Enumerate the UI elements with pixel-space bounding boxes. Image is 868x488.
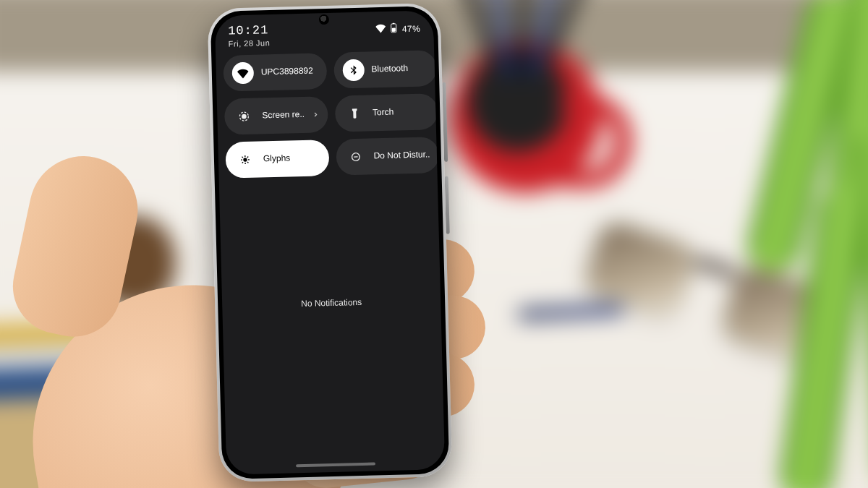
phone-screen[interactable]: 10:21 Fri, 28 Jun 47% UPC3898892 [215, 10, 446, 475]
screen-record-label: Screen re.. [262, 110, 305, 121]
chevron-right-icon [312, 108, 319, 121]
svg-point-5 [244, 158, 247, 161]
phone: 10:21 Fri, 28 Jun 47% UPC3898892 [207, 3, 452, 482]
svg-point-3 [242, 114, 246, 118]
dnd-tile[interactable]: Do Not Distur.. [336, 137, 439, 176]
glyphs-tile[interactable]: Glyphs [225, 140, 329, 179]
glyphs-label: Glyphs [263, 153, 320, 164]
battery-status-icon [391, 22, 398, 35]
glyphs-icon [234, 149, 257, 171]
bluetooth-icon [342, 59, 365, 82]
bluetooth-tile[interactable]: Bluetooth [333, 50, 437, 89]
home-indicator[interactable] [296, 462, 375, 467]
wifi-status-icon [376, 23, 386, 35]
no-notifications-text: No Notifications [222, 295, 441, 311]
dnd-icon [344, 146, 367, 168]
quick-settings-panel: UPC3898892 Bluetooth Screen re.. [216, 43, 438, 179]
torch-tile[interactable]: Torch [334, 93, 438, 132]
torch-label: Torch [373, 106, 429, 118]
wifi-tile[interactable]: UPC3898892 [223, 53, 327, 92]
battery-percent: 47% [402, 23, 421, 34]
wifi-label: UPC3898892 [261, 66, 318, 77]
svg-rect-2 [392, 28, 396, 32]
screen-record-icon [233, 106, 255, 128]
screen-record-tile[interactable]: Screen re.. [224, 96, 328, 135]
clock: 10:21 [228, 23, 270, 38]
dnd-label: Do Not Distur.. [373, 150, 430, 161]
torch-icon [344, 103, 366, 125]
wifi-icon [231, 62, 254, 85]
bluetooth-label: Bluetooth [371, 63, 427, 74]
status-date: Fri, 28 Jun [229, 38, 271, 48]
svg-rect-1 [393, 23, 395, 24]
